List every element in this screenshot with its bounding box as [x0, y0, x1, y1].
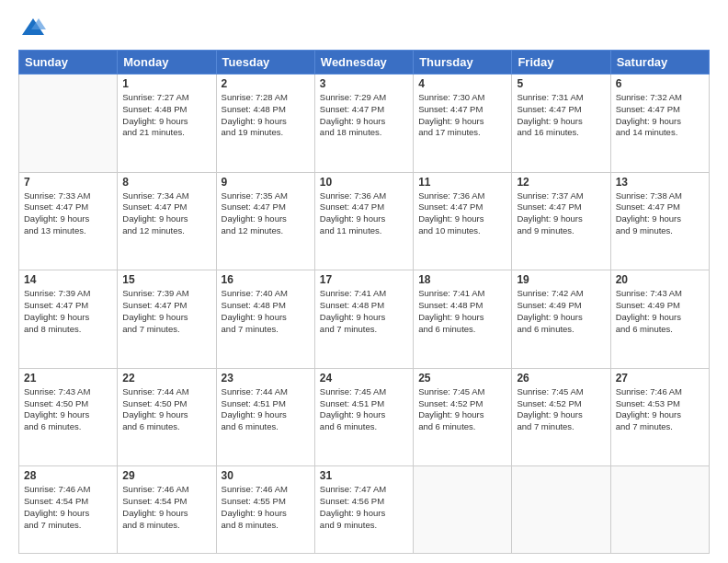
calendar-cell: 17Sunrise: 7:41 AM Sunset: 4:48 PM Dayli… [314, 270, 413, 369]
weekday-tuesday: Tuesday [216, 51, 314, 75]
calendar-cell: 26Sunrise: 7:45 AM Sunset: 4:52 PM Dayli… [512, 368, 610, 466]
week-row-2: 14Sunrise: 7:39 AM Sunset: 4:47 PM Dayli… [19, 270, 710, 369]
day-number: 30 [222, 469, 310, 482]
day-info: Sunrise: 7:46 AM Sunset: 4:55 PM Dayligh… [222, 484, 310, 531]
week-row-1: 7Sunrise: 7:33 AM Sunset: 4:47 PM Daylig… [19, 172, 710, 270]
day-number: 13 [616, 176, 704, 189]
week-row-4: 28Sunrise: 7:46 AM Sunset: 4:54 PM Dayli… [19, 466, 710, 554]
calendar-cell: 2Sunrise: 7:28 AM Sunset: 4:48 PM Daylig… [216, 75, 314, 173]
day-info: Sunrise: 7:29 AM Sunset: 4:47 PM Dayligh… [320, 92, 408, 139]
day-info: Sunrise: 7:45 AM Sunset: 4:52 PM Dayligh… [517, 386, 605, 433]
day-number: 2 [222, 77, 310, 90]
day-info: Sunrise: 7:36 AM Sunset: 4:47 PM Dayligh… [320, 190, 408, 237]
calendar-cell: 31Sunrise: 7:47 AM Sunset: 4:56 PM Dayli… [314, 466, 413, 554]
day-number: 24 [320, 372, 408, 385]
day-number: 4 [418, 77, 506, 90]
day-number: 23 [222, 372, 310, 385]
weekday-saturday: Saturday [610, 51, 709, 75]
day-info: Sunrise: 7:46 AM Sunset: 4:54 PM Dayligh… [24, 484, 112, 531]
calendar-cell: 28Sunrise: 7:46 AM Sunset: 4:54 PM Dayli… [19, 466, 118, 554]
day-info: Sunrise: 7:45 AM Sunset: 4:51 PM Dayligh… [320, 386, 408, 433]
day-info: Sunrise: 7:40 AM Sunset: 4:48 PM Dayligh… [222, 288, 310, 335]
calendar-cell: 11Sunrise: 7:36 AM Sunset: 4:47 PM Dayli… [414, 172, 512, 270]
week-row-0: 1Sunrise: 7:27 AM Sunset: 4:48 PM Daylig… [19, 75, 710, 173]
day-number: 6 [616, 77, 704, 90]
header [18, 15, 710, 40]
weekday-header-row: SundayMondayTuesdayWednesdayThursdayFrid… [19, 51, 710, 75]
logo-icon [20, 15, 46, 40]
day-number: 21 [24, 372, 112, 385]
day-number: 10 [320, 176, 408, 189]
day-number: 25 [418, 372, 506, 385]
calendar-cell: 4Sunrise: 7:30 AM Sunset: 4:47 PM Daylig… [414, 75, 512, 173]
day-number: 5 [517, 77, 605, 90]
day-number: 29 [122, 469, 210, 482]
day-info: Sunrise: 7:46 AM Sunset: 4:53 PM Dayligh… [616, 386, 704, 433]
day-info: Sunrise: 7:44 AM Sunset: 4:50 PM Dayligh… [122, 386, 210, 433]
day-number: 17 [320, 273, 408, 286]
day-number: 28 [24, 469, 112, 482]
day-info: Sunrise: 7:41 AM Sunset: 4:48 PM Dayligh… [320, 288, 408, 335]
weekday-monday: Monday [118, 51, 216, 75]
day-info: Sunrise: 7:35 AM Sunset: 4:47 PM Dayligh… [222, 190, 310, 237]
page: SundayMondayTuesdayWednesdayThursdayFrid… [0, 0, 728, 563]
calendar-cell: 16Sunrise: 7:40 AM Sunset: 4:48 PM Dayli… [216, 270, 314, 369]
calendar-cell: 3Sunrise: 7:29 AM Sunset: 4:47 PM Daylig… [314, 75, 413, 173]
calendar-cell: 24Sunrise: 7:45 AM Sunset: 4:51 PM Dayli… [314, 368, 413, 466]
day-info: Sunrise: 7:47 AM Sunset: 4:56 PM Dayligh… [320, 484, 408, 531]
day-info: Sunrise: 7:34 AM Sunset: 4:47 PM Dayligh… [122, 190, 210, 237]
day-number: 11 [418, 176, 506, 189]
day-number: 31 [320, 469, 408, 482]
day-info: Sunrise: 7:28 AM Sunset: 4:48 PM Dayligh… [222, 92, 310, 139]
logo [18, 15, 46, 40]
calendar-cell: 18Sunrise: 7:41 AM Sunset: 4:48 PM Dayli… [414, 270, 512, 369]
calendar-cell: 23Sunrise: 7:44 AM Sunset: 4:51 PM Dayli… [216, 368, 314, 466]
day-info: Sunrise: 7:46 AM Sunset: 4:54 PM Dayligh… [122, 484, 210, 531]
calendar-cell: 6Sunrise: 7:32 AM Sunset: 4:47 PM Daylig… [610, 75, 709, 173]
day-info: Sunrise: 7:39 AM Sunset: 4:47 PM Dayligh… [24, 288, 112, 335]
calendar-cell: 1Sunrise: 7:27 AM Sunset: 4:48 PM Daylig… [118, 75, 216, 173]
day-number: 27 [616, 372, 704, 385]
weekday-sunday: Sunday [19, 51, 118, 75]
day-info: Sunrise: 7:43 AM Sunset: 4:49 PM Dayligh… [616, 288, 704, 335]
calendar-cell: 7Sunrise: 7:33 AM Sunset: 4:47 PM Daylig… [19, 172, 118, 270]
day-info: Sunrise: 7:30 AM Sunset: 4:47 PM Dayligh… [418, 92, 506, 139]
calendar-cell: 10Sunrise: 7:36 AM Sunset: 4:47 PM Dayli… [314, 172, 413, 270]
calendar-cell: 27Sunrise: 7:46 AM Sunset: 4:53 PM Dayli… [610, 368, 709, 466]
calendar-cell: 20Sunrise: 7:43 AM Sunset: 4:49 PM Dayli… [610, 270, 709, 369]
day-info: Sunrise: 7:43 AM Sunset: 4:50 PM Dayligh… [24, 386, 112, 433]
calendar-cell: 12Sunrise: 7:37 AM Sunset: 4:47 PM Dayli… [512, 172, 610, 270]
day-info: Sunrise: 7:31 AM Sunset: 4:47 PM Dayligh… [517, 92, 605, 139]
day-info: Sunrise: 7:45 AM Sunset: 4:52 PM Dayligh… [418, 386, 506, 433]
calendar-cell: 8Sunrise: 7:34 AM Sunset: 4:47 PM Daylig… [118, 172, 216, 270]
calendar-cell: 5Sunrise: 7:31 AM Sunset: 4:47 PM Daylig… [512, 75, 610, 173]
day-number: 16 [222, 273, 310, 286]
calendar-cell: 13Sunrise: 7:38 AM Sunset: 4:47 PM Dayli… [610, 172, 709, 270]
calendar-cell: 15Sunrise: 7:39 AM Sunset: 4:47 PM Dayli… [118, 270, 216, 369]
day-number: 18 [418, 273, 506, 286]
day-info: Sunrise: 7:32 AM Sunset: 4:47 PM Dayligh… [616, 92, 704, 139]
calendar-cell: 29Sunrise: 7:46 AM Sunset: 4:54 PM Dayli… [118, 466, 216, 554]
weekday-thursday: Thursday [414, 51, 512, 75]
calendar-cell: 14Sunrise: 7:39 AM Sunset: 4:47 PM Dayli… [19, 270, 118, 369]
calendar-cell [512, 466, 610, 554]
day-number: 7 [24, 176, 112, 189]
day-number: 3 [320, 77, 408, 90]
calendar-cell: 9Sunrise: 7:35 AM Sunset: 4:47 PM Daylig… [216, 172, 314, 270]
calendar-cell [19, 75, 118, 173]
day-info: Sunrise: 7:39 AM Sunset: 4:47 PM Dayligh… [122, 288, 210, 335]
weekday-friday: Friday [512, 51, 610, 75]
day-info: Sunrise: 7:42 AM Sunset: 4:49 PM Dayligh… [517, 288, 605, 335]
calendar-cell: 25Sunrise: 7:45 AM Sunset: 4:52 PM Dayli… [414, 368, 512, 466]
day-number: 1 [122, 77, 210, 90]
week-row-3: 21Sunrise: 7:43 AM Sunset: 4:50 PM Dayli… [19, 368, 710, 466]
day-info: Sunrise: 7:44 AM Sunset: 4:51 PM Dayligh… [222, 386, 310, 433]
day-info: Sunrise: 7:38 AM Sunset: 4:47 PM Dayligh… [616, 190, 704, 237]
day-number: 26 [517, 372, 605, 385]
day-number: 22 [122, 372, 210, 385]
day-info: Sunrise: 7:36 AM Sunset: 4:47 PM Dayligh… [418, 190, 506, 237]
calendar-cell: 30Sunrise: 7:46 AM Sunset: 4:55 PM Dayli… [216, 466, 314, 554]
calendar-cell [610, 466, 709, 554]
day-number: 9 [222, 176, 310, 189]
calendar-cell: 22Sunrise: 7:44 AM Sunset: 4:50 PM Dayli… [118, 368, 216, 466]
